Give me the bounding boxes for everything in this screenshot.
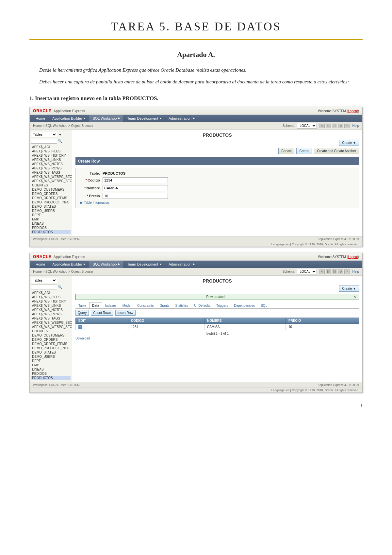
list-item2-emp[interactable]: EMP [31, 363, 71, 367]
nav-admin-2[interactable]: Administration [165, 261, 198, 268]
edit-icon[interactable]: ✎ [78, 325, 82, 329]
list-item-apexlinks[interactable]: APEX$_WS_LINKS [31, 158, 71, 162]
cell-edit[interactable]: ✎ [76, 324, 128, 330]
field-input-codigo[interactable] [103, 177, 168, 183]
list-item-productos[interactable]: PRODUCTOS [31, 230, 71, 234]
list-item-apexfiles[interactable]: APEX$_WS_FILES [31, 149, 71, 153]
nav-sqlworkshop-1[interactable]: SQL Workshop [89, 115, 123, 122]
list-item-apexnotes[interactable]: APEX$_WS_NOTES [31, 162, 71, 166]
search-input-2[interactable] [31, 285, 57, 289]
list-item2-demostates[interactable]: DEMO_STATES [31, 350, 71, 355]
nav-teamdev-2[interactable]: Team Development [124, 261, 165, 268]
tab-ui-defaults[interactable]: UI Defaults [191, 303, 213, 308]
table-info-expand[interactable]: ▶ [80, 201, 83, 204]
list-item2-lineas[interactable]: LINEAS [31, 367, 71, 372]
list-item-demostates[interactable]: DEMO_STATES [31, 204, 71, 209]
nav-home-2[interactable]: Home [32, 261, 48, 268]
schema-select-1[interactable]: LOCAL [297, 123, 317, 129]
toolbar-icon-2b[interactable]: ☷ [326, 269, 331, 274]
tab-data[interactable]: Data [89, 303, 102, 308]
list-item-apexrows[interactable]: APEX$_WS_ROWS [31, 166, 71, 170]
list-item2-clientes[interactable]: CLIENTES [31, 329, 71, 333]
table-info-link[interactable]: ▶ Table Information [80, 201, 354, 204]
list-item2-apexacl[interactable]: APEX$_ACL [31, 291, 71, 295]
list-item2-demousers[interactable]: DEMO_USERS [31, 355, 71, 359]
nav-sqlworkshop-2[interactable]: SQL Workshop [89, 261, 123, 268]
list-item2-apexhist[interactable]: APEX$_WS_HISTORY [31, 299, 71, 304]
list-item-apexwebpgh[interactable]: APEX$_WS_WEBPG_SECTION_H [31, 179, 71, 183]
list-item-democust[interactable]: DEMO_CUSTOMERS [31, 187, 71, 192]
list-item2-apexrows[interactable]: APEX$_WS_ROWS [31, 312, 71, 316]
tab-grants[interactable]: Grants [156, 303, 172, 308]
tab-constraints[interactable]: Constraints [134, 303, 157, 308]
logout-link-1[interactable]: Logout [348, 109, 358, 113]
close-icon[interactable]: ✕ [353, 295, 356, 299]
list-item2-apexwebpgh[interactable]: APEX$_WS_WEBPG_SECTION_H [31, 325, 71, 329]
list-item2-apexlinks[interactable]: APEX$_WS_LINKS [31, 304, 71, 308]
list-item-demousers[interactable]: DEMO_USERS [31, 209, 71, 213]
tab-model[interactable]: Model [120, 303, 134, 308]
toolbar-icon-3[interactable]: ☷ [332, 124, 337, 128]
nav-appbuilder-1[interactable]: Application Builder [49, 115, 89, 122]
cancel-button-1[interactable]: Cancel [278, 148, 294, 154]
toolbar-icon-2e[interactable]: ? [344, 269, 350, 274]
help-link-2[interactable]: Help [352, 270, 359, 273]
logout-link-2[interactable]: Logout [348, 255, 358, 259]
create-row-button-1[interactable]: Create [296, 148, 312, 154]
sidebar-dropdown-icon-1[interactable]: ▼ [58, 133, 62, 136]
list-item-lineas[interactable]: LINEAS [31, 221, 71, 226]
create-button-1[interactable]: Create ▼ [339, 140, 359, 146]
toolbar-icon-4[interactable]: ⚙ [338, 124, 343, 128]
schema-select-2[interactable]: LOCAL [297, 269, 317, 274]
toolbar-icon-2[interactable]: ☷ [326, 124, 331, 128]
download-link[interactable]: Download [75, 337, 359, 340]
list-item-demoorders[interactable]: DEMO_ORDERS [31, 192, 71, 196]
list-item2-demoorders[interactable]: DEMO_ORDERS [31, 338, 71, 342]
field-input-nombre[interactable] [103, 185, 168, 191]
list-item2-democust[interactable]: DEMO_CUSTOMERS [31, 333, 71, 338]
count-rows-button[interactable]: Count Rows [91, 310, 113, 316]
search-icon-2[interactable]: 🔍 [58, 285, 62, 289]
nav-home-1[interactable]: Home [32, 115, 48, 122]
list-item-apextags[interactable]: APEX$_WS_TAGS [31, 170, 71, 175]
tables-select-1[interactable]: Tables [31, 132, 57, 137]
list-item-apexhist[interactable]: APEX$_WS_HISTORY [31, 153, 71, 158]
list-item-clientes[interactable]: CLIENTES [31, 183, 71, 187]
tables-select-2[interactable]: Tables [31, 278, 57, 283]
list-item-apexwebpg[interactable]: APEX$_WS_WEBPG_SECTIONS [31, 175, 71, 179]
list-item2-demoorderitems[interactable]: DEMO_ORDER_ITEMS [31, 342, 71, 346]
search-icon-1[interactable]: 🔍 [58, 139, 62, 143]
list-item2-pedidos[interactable]: PEDIDOS [31, 372, 71, 376]
help-link-1[interactable]: Help [352, 124, 359, 128]
tab-table[interactable]: Table [75, 303, 89, 308]
toolbar-icon-2c[interactable]: ☷ [332, 269, 337, 274]
query-button[interactable]: Query [75, 310, 89, 316]
tab-triggers[interactable]: Triggers [213, 303, 231, 308]
toolbar-icon-2d[interactable]: ⚙ [338, 269, 343, 274]
nav-admin-1[interactable]: Administration [165, 115, 198, 122]
toolbar-icon-2a[interactable]: ✎ [319, 269, 325, 274]
toolbar-icon-5[interactable]: ? [344, 124, 350, 128]
nav-appbuilder-2[interactable]: Application Builder [49, 261, 89, 268]
list-item-demoorderitems[interactable]: DEMO_ORDER_ITEMS [31, 196, 71, 200]
list-item-emp[interactable]: EMP [31, 217, 71, 221]
create-another-button-1[interactable]: Create and Create Another [314, 148, 359, 154]
list-item2-productos[interactable]: PRODUCTOS [31, 376, 71, 380]
tab-sql[interactable]: SQL [258, 303, 270, 308]
nav-teamdev-1[interactable]: Team Development [124, 115, 165, 122]
tab-dependencies[interactable]: Dependencies [231, 303, 258, 308]
list-item-demoproduct[interactable]: DEMO_PRODUCT_INFO [31, 200, 71, 204]
list-item2-apexfiles[interactable]: APEX$_WS_FILES [31, 295, 71, 299]
list-item-dept[interactable]: DEPT [31, 213, 71, 217]
list-item2-apextags[interactable]: APEX$_WS_TAGS [31, 316, 71, 321]
search-input-1[interactable] [31, 139, 57, 144]
toolbar-icon-1[interactable]: ✎ [319, 124, 325, 128]
list-item2-dept[interactable]: DEPT [31, 359, 71, 363]
list-item2-apexnotes[interactable]: APEX$_WS_NOTES [31, 308, 71, 312]
list-item-apexacl[interactable]: APEX$_ACL [31, 145, 71, 149]
create-button-2[interactable]: Create ▼ [339, 286, 359, 292]
field-input-precio[interactable] [103, 193, 168, 199]
list-item-pedidos[interactable]: PEDIDOS [31, 226, 71, 230]
tab-indexes[interactable]: Indexes [102, 303, 120, 308]
list-item2-demoproduct[interactable]: DEMO_PRODUCT_INFO [31, 346, 71, 350]
